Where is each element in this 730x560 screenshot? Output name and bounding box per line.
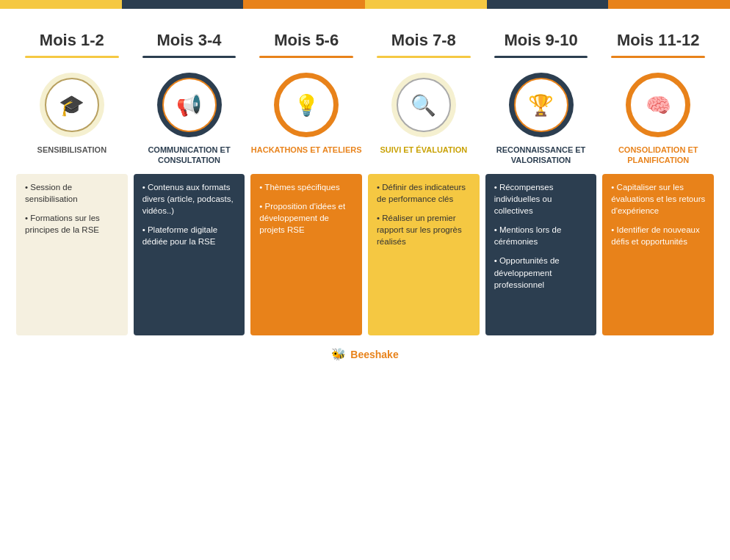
month-underline [611,56,705,58]
month-label: Mois 5-6 [274,31,339,50]
phase-title: CONSOLIDATION ET PLANIFICATION [602,145,714,167]
month-column: Mois 9-10 [483,31,600,58]
footer: 🐝 Beeshake [0,347,730,361]
top-bar [122,0,244,9]
phase-item: Récompenses individuelles ou collectives [491,181,591,217]
month-column: Mois 5-6 [247,31,365,58]
month-underline [142,56,236,58]
bee-icon: 🐝 [331,347,346,361]
month-column: Mois 11-12 [599,31,717,58]
phase-title: COMMUNICATION ET CONSULTATION [134,145,245,167]
month-label: Mois 11-12 [617,31,700,50]
top-bars [0,0,730,9]
phase-body: Contenus aux formats divers (article, po… [134,174,245,335]
phase-icon: 📢 [162,78,217,132]
phase-body: Définir des indicateurs de performance c… [368,174,480,335]
phase-icon: 🏆 [514,78,568,132]
months-row: Mois 1-2Mois 3-4Mois 5-6Mois 7-8Mois 9-1… [0,31,730,58]
month-underline [259,56,353,58]
phase-item: Session de sensibilisation [22,181,122,205]
phase-item: Définir des indicateurs de performance c… [374,181,474,205]
phase-title: SUIVI ET ÉVALUATION [380,145,467,167]
month-label: Mois 1-2 [40,31,104,50]
phase-item: Capitaliser sur les évaluations et les r… [608,181,708,217]
phase-column-1: 🎓SENSIBILISATIONSession de sensibilisati… [13,73,131,335]
phase-body: Session de sensibilisationFormations sur… [16,174,128,335]
icon-circle-outer: 🎓 [40,73,104,137]
top-bar [243,0,365,9]
icon-circle-outer: 🧠 [626,73,690,137]
phase-body: Capitaliser sur les évaluations et les r… [602,174,714,335]
phase-icon: 🔍 [397,78,451,132]
main-content: 🎓SENSIBILISATIONSession de sensibilisati… [0,73,730,335]
month-underline [377,56,471,58]
phase-item: Opportunités de développement profession… [491,255,591,290]
phase-body: Récompenses individuelles ou collectives… [485,174,597,335]
icon-circle-outer: 🔍 [391,73,456,137]
icon-circle-outer: 💡 [274,73,339,137]
icon-circle-outer: 🏆 [509,73,574,137]
month-underline [494,56,588,58]
phase-item: Mentions lors de cérémonies [491,224,591,247]
top-bar [608,0,730,9]
phase-column-6: 🧠CONSOLIDATION ET PLANIFICATIONCapitalis… [599,73,717,335]
brand-name: Beeshake [350,349,398,360]
month-column: Mois 1-2 [13,31,131,58]
top-bar [0,0,122,9]
top-bar [365,0,487,9]
phase-item: Formations sur les principes de la RSE [22,212,122,236]
phase-column-3: 💡HACKATHONS ET ATELIERSThèmes spécifique… [247,73,365,335]
phase-item: Identifier de nouveaux défis et opportun… [608,224,708,247]
phase-item: Thèmes spécifiques [256,181,356,193]
phase-item: Plateforme digitale dédiée pour la RSE [140,224,239,247]
phase-title: HACKATHONS ET ATELIERS [251,145,362,167]
phase-item: Proposition d'idées et développement de … [256,200,356,236]
icon-circle-outer: 📢 [157,73,222,137]
month-underline [25,56,119,58]
month-label: Mois 3-4 [156,31,221,50]
month-column: Mois 7-8 [365,31,483,58]
phase-title: RECONNAISSANCE ET VALORISATION [485,145,597,167]
phase-body: Thèmes spécifiquesProposition d'idées et… [250,174,362,335]
phase-icon: 🎓 [45,78,99,132]
phase-column-5: 🏆RECONNAISSANCE ET VALORISATIONRécompens… [483,73,600,335]
month-column: Mois 3-4 [131,31,248,58]
phase-icon: 💡 [279,78,333,132]
month-label: Mois 7-8 [391,31,456,50]
phase-column-2: 📢COMMUNICATION ET CONSULTATIONContenus a… [131,73,248,335]
phase-icon: 🧠 [631,78,685,132]
phase-title: SENSIBILISATION [37,145,107,167]
top-bar [487,0,609,9]
phase-item: Contenus aux formats divers (article, po… [140,181,239,217]
month-label: Mois 9-10 [504,31,577,50]
phase-column-4: 🔍SUIVI ET ÉVALUATIONDéfinir des indicate… [365,73,483,335]
phase-item: Réaliser un premier rapport sur les prog… [374,212,474,247]
